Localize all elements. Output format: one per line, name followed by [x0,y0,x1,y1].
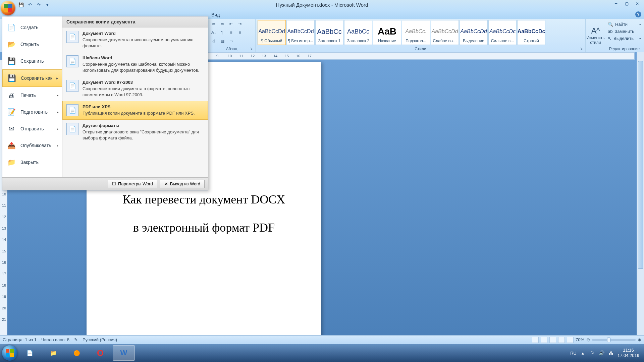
bullet-list-icon[interactable]: ≔ [210,20,217,27]
office-menu-right: Сохранение копии документа 📄Документ Wor… [62,16,208,177]
save-as-option[interactable]: 📄Другие форматыОткрытие диалогового окна… [62,120,208,144]
network-icon[interactable]: 🖧 [608,350,614,356]
styles-launcher-icon[interactable]: ↘ [580,47,585,51]
save-as-option[interactable]: 📄Шаблон WordСохранение документа как шаб… [62,52,208,76]
spellcheck-icon[interactable]: ✎ [74,337,78,342]
taskbar-app-word[interactable]: W [113,345,135,361]
zoom-slider-thumb[interactable] [607,338,610,342]
maximize-button[interactable]: ▢ [622,1,631,7]
outline-view-icon[interactable] [558,337,565,343]
print-layout-view-icon[interactable] [532,337,539,343]
menu-item-icon: 📝 [6,107,16,117]
taskbar-app-opera[interactable]: O [89,345,111,361]
align-center-icon[interactable]: ≡ [236,29,244,36]
minimize-button[interactable]: ━ [611,1,621,7]
window-title: Нужный Документ.docx - Microsoft Word [276,2,368,8]
chevron-right-icon: ▸ [57,93,59,98]
exit-word-button[interactable]: ✕Выход из Word [160,180,205,188]
style-item[interactable]: AaBbCcDdВыделение [460,20,488,45]
style-item[interactable]: AaBbCcDd¶ Без интер... [286,20,315,45]
save-as-option[interactable]: 📄Документ Word 97-2003Сохранение копии д… [62,76,208,101]
style-item[interactable]: AaBbCcDcСтрогий [517,20,545,45]
office-menu-item[interactable]: 💾Сохранить [2,53,62,69]
style-item[interactable]: AaBНазвание [373,20,401,45]
flag-icon[interactable]: ⚐ [589,350,595,356]
change-styles-button[interactable]: Aᴬ Изменить стили [586,19,605,52]
style-item[interactable]: AaBbCcDcСильное в... [488,20,517,45]
document-text-line2[interactable]: в электронный формат PDF [103,221,305,235]
office-menu-item[interactable]: 📁Закрыть [2,154,62,171]
style-item[interactable]: AaBbCc.Подзагол... [402,20,430,45]
zoom-level[interactable]: 70% [576,337,584,342]
input-language[interactable]: RU [570,351,577,356]
line-spacing-icon[interactable]: ⇵ [210,38,217,45]
draft-view-icon[interactable] [567,337,574,343]
shading-icon[interactable]: ▦ [219,38,226,45]
tab-view[interactable]: Вид [207,11,224,19]
exit-icon: ✕ [164,181,168,186]
select-button[interactable]: ↖Выделить▾ [607,35,642,42]
office-menu-item[interactable]: 🖨Печать▸ [2,87,62,104]
menu-item-icon: 💾 [7,73,17,83]
replace-icon: ab [608,29,612,34]
word-options-button[interactable]: ☐Параметры Word [108,180,157,188]
scrollbar-thumb[interactable] [638,61,643,269]
language-indicator[interactable]: Русский (Россия) [83,337,117,342]
save-as-option[interactable]: 📄PDF или XPSПубликация копии документа в… [62,101,208,120]
style-item[interactable]: AaBbCcЗаголовок 2 [344,20,372,45]
vertical-scrollbar[interactable] [637,52,644,350]
show-marks-icon[interactable]: ¶ [219,29,226,36]
word-count[interactable]: Число слов: 8 [41,337,69,342]
style-item[interactable]: AaBbCcDdСлабое вы... [431,20,459,45]
office-menu-item[interactable]: 📤Опубликовать▸ [2,137,62,154]
clock[interactable]: 11:16 17.04.2019 [618,348,639,358]
undo-icon[interactable]: ↶ [27,2,33,8]
office-menu-item[interactable]: 📄Создать [2,19,62,36]
help-icon[interactable]: ? [635,11,641,17]
menu-item-icon: 📂 [6,39,16,49]
document-text-line1[interactable]: Как перевести документ DOCX [103,192,305,206]
office-menu-item[interactable]: 💾Сохранить как▸ [2,69,62,87]
office-menu-item[interactable]: 📂Открыть [2,36,62,53]
style-item[interactable]: AaBbCcЗаголовок 1 [315,20,343,45]
close-button[interactable]: ✕ [633,1,642,7]
taskbar-app-explorer[interactable]: 📁 [42,345,64,361]
redo-icon[interactable]: ↷ [36,2,42,8]
page-count[interactable]: Страница: 1 из 1 [3,337,37,342]
office-menu-item[interactable]: 📝Подготовить▸ [2,104,62,120]
office-button[interactable] [1,1,15,15]
office-menu-left: 📄Создать📂Открыть💾Сохранить💾Сохранить как… [2,16,62,177]
menu-item-icon: ✉ [6,124,16,134]
styles-gallery[interactable]: AaBbCcDd¶ ОбычныйAaBbCcDd¶ Без интер...A… [258,20,583,45]
tray-arrow-icon[interactable]: ▴ [580,350,586,356]
fullscreen-reading-view-icon[interactable] [541,337,547,343]
menu-item-icon: 🖨 [6,90,16,100]
quick-access-toolbar: 💾 ↶ ↷ ▾ [18,2,50,8]
system-tray: RU ▴ ⚐ 🔊 🖧 11:16 17.04.2019 [570,348,642,358]
file-type-icon: 📄 [66,80,78,92]
web-layout-view-icon[interactable] [549,337,556,343]
indent-decrease-icon[interactable]: ⇤ [227,20,235,27]
menu-item-icon: 📄 [6,22,16,33]
volume-icon[interactable]: 🔊 [599,350,605,356]
align-left-icon[interactable]: ≡ [227,29,235,36]
style-item[interactable]: AaBbCcDd¶ Обычный [258,20,286,45]
borders-icon[interactable]: ▭ [227,38,235,45]
chevron-right-icon: ▸ [57,143,59,148]
save-icon[interactable]: 💾 [18,2,24,8]
office-menu-item[interactable]: ✉Отправить▸ [2,120,62,137]
qat-dropdown-icon[interactable]: ▾ [44,2,50,8]
sort-icon[interactable]: A↓ [210,29,217,36]
taskbar-app-ubuntu[interactable]: 🟠 [66,345,88,361]
replace-button[interactable]: abЗаменить [607,28,642,35]
zoom-slider[interactable] [592,339,636,341]
indent-increase-icon[interactable]: ⇥ [236,20,244,27]
zoom-out-button[interactable]: ⊖ [586,337,590,342]
paragraph-launcher-icon[interactable]: ↘ [250,47,255,51]
save-as-option[interactable]: 📄Документ WordСохранение документа в исп… [62,27,208,52]
taskbar-app-notepad[interactable]: 📄 [19,345,41,361]
number-list-icon[interactable]: ≕ [219,20,226,27]
start-button[interactable] [2,345,17,361]
find-button[interactable]: 🔍Найти▾ [607,21,642,28]
zoom-in-button[interactable]: ⊕ [638,337,641,342]
